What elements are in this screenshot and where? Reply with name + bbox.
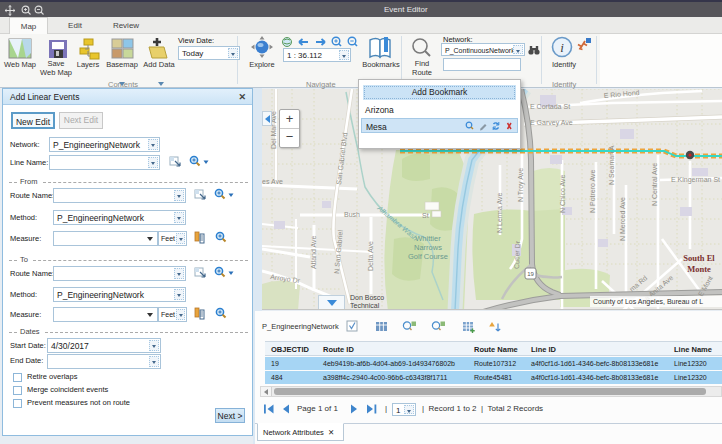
- svg-text:E Garvey Ave: E Garvey Ave: [530, 119, 573, 127]
- svg-text:San Gabriel Blvd: San Gabriel Blvd: [335, 132, 348, 185]
- svg-text:County of Los Angeles, Bureau: County of Los Angeles, Bureau of L: [593, 298, 703, 306]
- svg-text:E Kingerman St: E Kingerman St: [671, 176, 720, 184]
- svg-text:i: i: [560, 40, 564, 55]
- svg-text:St: St: [422, 212, 429, 219]
- svg-text:Bush: Bush: [344, 211, 360, 218]
- svg-text:Golf Course: Golf Course: [408, 252, 448, 261]
- svg-text:Technical: Technical: [350, 302, 380, 309]
- svg-text:South El: South El: [683, 253, 715, 263]
- svg-text:N Potrero Ave: N Potrero Ave: [589, 169, 596, 213]
- svg-text:N Seaman A: N Seaman A: [608, 145, 615, 185]
- svg-text:N Merced Ave: N Merced Ave: [619, 197, 626, 241]
- svg-text:Delta Ave: Delta Ave: [367, 241, 374, 271]
- svg-text:Don Bosco: Don Bosco: [350, 294, 384, 301]
- svg-text:N Troy Ave: N Troy Ave: [517, 168, 525, 202]
- svg-text:N Chico Ave: N Chico Ave: [559, 175, 566, 213]
- svg-text:Atland Ave: Atland Ave: [310, 236, 317, 269]
- svg-text:Cutler Dr: Cutler Dr: [513, 240, 521, 269]
- svg-text:E Cortada St: E Cortada St: [530, 103, 570, 110]
- svg-text:N Lerma Ave: N Lerma Ave: [496, 193, 503, 233]
- svg-text:Narrows: Narrows: [414, 243, 442, 252]
- svg-text:N Central Ave: N Central Ave: [651, 163, 658, 206]
- svg-text:Monte: Monte: [687, 264, 711, 274]
- svg-text:es Ave: es Ave: [262, 178, 283, 185]
- svg-text:19: 19: [527, 271, 534, 277]
